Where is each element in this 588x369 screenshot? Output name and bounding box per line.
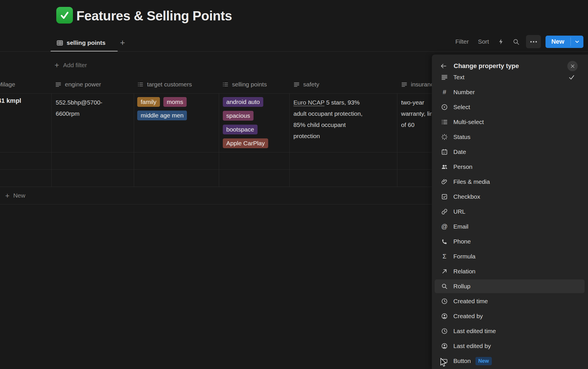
last-edited-by-icon <box>440 342 448 350</box>
menu-item-files-media[interactable]: Files & media <box>432 174 588 189</box>
new-record-button[interactable]: New <box>546 36 583 48</box>
search-icon[interactable] <box>508 38 524 45</box>
menu-item-created-time[interactable]: Created time <box>432 294 588 309</box>
phone-icon <box>440 237 448 246</box>
grid-line <box>289 93 290 187</box>
cell-target-customers[interactable]: family moms middle age men <box>137 97 216 120</box>
multi-select-icon <box>440 118 448 126</box>
grid-line <box>0 169 432 170</box>
cell-safety[interactable]: Euro NCAP 5 stars, 93% adult occupant pr… <box>293 97 372 142</box>
last-edited-time-icon <box>440 327 448 335</box>
add-filter-button[interactable]: + Add filter <box>55 59 87 72</box>
table-view-icon <box>56 39 63 47</box>
menu-item-text[interactable]: Text <box>432 70 588 85</box>
plus-icon: + <box>55 61 59 70</box>
cell-milage[interactable]: 41 kmpl <box>0 97 49 105</box>
person-icon <box>440 163 448 171</box>
menu-item-email[interactable]: @ Email <box>432 219 588 234</box>
menu-item-checkbox[interactable]: Checkbox <box>432 189 588 204</box>
menu-item-url[interactable]: URL <box>432 204 588 219</box>
view-toolbar: Filter Sort New <box>451 35 583 49</box>
files-media-icon <box>440 178 448 186</box>
number-icon: # <box>440 88 448 96</box>
tag[interactable]: android auto <box>223 97 263 107</box>
add-view-button[interactable]: + <box>120 36 125 50</box>
checkbox-icon <box>440 193 448 201</box>
euro-ncap-link[interactable]: Euro NCAP <box>293 99 324 106</box>
menu-item-rollup[interactable]: Rollup <box>432 279 588 294</box>
text-property-icon <box>401 81 407 88</box>
cell-engine-power[interactable]: 552.5bhp@5700-6600rpm <box>56 97 106 119</box>
grid-line <box>51 93 52 187</box>
column-label: safety <box>303 81 319 88</box>
column-label: engine power <box>65 81 101 88</box>
new-button-label[interactable]: New <box>546 36 570 48</box>
tag[interactable]: Apple CarPlay <box>223 138 268 148</box>
text-property-icon <box>55 81 61 88</box>
tag[interactable]: bootspace <box>223 125 258 134</box>
url-icon <box>440 208 448 216</box>
column-header-insurance[interactable]: insurance <box>401 78 432 91</box>
check-icon <box>568 74 575 81</box>
page-title: Features & Selling Points <box>76 8 232 24</box>
lightning-icon[interactable] <box>494 38 508 45</box>
menu-item-button[interactable]: Button New <box>432 353 588 368</box>
grid-line <box>0 204 432 204</box>
created-by-icon <box>440 312 448 320</box>
tag[interactable]: middle age men <box>137 111 187 120</box>
tab-label: selling points <box>67 39 105 46</box>
page-emoji-check-icon[interactable] <box>56 7 73 24</box>
multi-select-property-icon <box>137 81 144 88</box>
more-options-button[interactable] <box>526 35 541 48</box>
new-row-label: New <box>13 192 25 199</box>
new-row-button[interactable]: + New <box>5 189 25 202</box>
column-label: target customers <box>147 81 192 88</box>
menu-item-number[interactable]: # Number <box>432 85 588 100</box>
menu-item-phone[interactable]: Phone <box>432 234 588 249</box>
column-label: Milage <box>0 81 15 88</box>
column-header-target-customers[interactable]: target customers <box>137 78 216 91</box>
cell-selling-points[interactable]: android auto spacious bootspace Apple Ca… <box>223 97 288 148</box>
menu-item-status[interactable]: Status <box>432 130 588 144</box>
menu-item-person[interactable]: Person <box>432 159 588 174</box>
created-time-icon <box>440 297 448 305</box>
menu-item-date[interactable]: Date <box>432 144 588 159</box>
tag[interactable]: spacious <box>223 111 254 121</box>
menu-item-created-by[interactable]: Created by <box>432 309 588 324</box>
chevron-down-icon[interactable] <box>571 36 583 48</box>
column-header-selling-points[interactable]: selling points <box>222 78 287 91</box>
menu-item-formula[interactable]: Σ Formula <box>432 249 588 264</box>
change-property-type-panel: Change property type Text # Number <box>432 55 588 369</box>
grid-line <box>0 152 432 152</box>
tag[interactable]: moms <box>163 97 187 107</box>
column-label: selling points <box>232 81 267 88</box>
multi-select-property-icon <box>222 81 229 88</box>
filter-button[interactable]: Filter <box>451 38 473 45</box>
plus-icon: + <box>5 191 9 200</box>
property-type-list: Text # Number Select Multi-select <box>432 70 588 368</box>
notion-database-page: Features & Selling Points selling points… <box>0 0 588 369</box>
date-icon <box>440 148 448 156</box>
mouse-cursor <box>440 358 448 368</box>
menu-item-multi-select[interactable]: Multi-select <box>432 115 588 130</box>
sort-button[interactable]: Sort <box>473 38 494 45</box>
column-header-milage[interactable]: Milage <box>0 78 49 91</box>
rollup-icon <box>440 282 448 290</box>
menu-item-select[interactable]: Select <box>432 100 588 115</box>
panel-title: Change property type <box>454 62 519 70</box>
column-header-safety[interactable]: safety <box>293 78 388 91</box>
menu-item-last-edited-by[interactable]: Last edited by <box>432 339 588 353</box>
email-icon: @ <box>440 223 448 231</box>
column-header-engine-power[interactable]: engine power <box>55 78 131 91</box>
relation-icon <box>440 267 448 275</box>
new-badge: New <box>475 357 492 365</box>
add-filter-label: Add filter <box>63 62 87 69</box>
formula-icon: Σ <box>440 252 448 260</box>
tab-selling-points[interactable]: selling points <box>56 36 105 50</box>
menu-item-relation[interactable]: Relation <box>432 264 588 279</box>
grid-line <box>219 93 219 187</box>
menu-item-last-edited-time[interactable]: Last edited time <box>432 324 588 339</box>
back-arrow-icon[interactable] <box>440 62 447 70</box>
tag[interactable]: family <box>137 97 160 107</box>
grid-line <box>134 93 134 187</box>
